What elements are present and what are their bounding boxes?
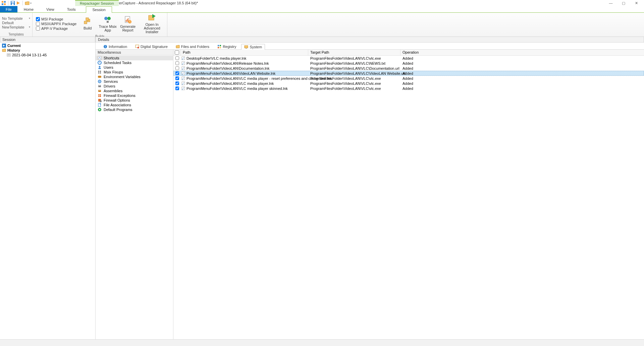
svg-point-12 bbox=[107, 17, 111, 20]
row-operation: Added bbox=[400, 81, 644, 85]
grid-header-path[interactable]: Path bbox=[181, 50, 308, 55]
row-checkbox[interactable] bbox=[173, 86, 181, 90]
misc-item-label: Msix Fixups bbox=[104, 70, 123, 74]
svg-rect-37 bbox=[98, 71, 99, 72]
folder-icon bbox=[2, 48, 6, 52]
svg-point-27 bbox=[138, 47, 139, 49]
svg-rect-1 bbox=[4, 1, 6, 3]
misc-item-label: Environment Variables bbox=[104, 75, 141, 79]
grid-row[interactable]: ProgramMenuFolder\VideoLAN\Documentation… bbox=[173, 66, 644, 71]
close-button[interactable]: ✕ bbox=[634, 1, 639, 5]
separator bbox=[8, 1, 8, 5]
detail-body: Miscellaneous ShortcutsScheduled TasksUs… bbox=[96, 50, 644, 339]
maximize-button[interactable]: ▢ bbox=[621, 1, 626, 5]
misc-item[interactable]: Scheduled Tasks bbox=[96, 60, 173, 65]
detail-tab-system[interactable]: System bbox=[241, 44, 265, 50]
grid-row[interactable]: ProgramMenuFolder\VideoLAN\VLC media pla… bbox=[173, 81, 644, 86]
registry-icon bbox=[217, 45, 221, 49]
grid-header-operation[interactable]: Operation bbox=[400, 50, 644, 55]
svg-rect-46 bbox=[100, 85, 101, 85]
tab-home[interactable]: Home bbox=[17, 6, 40, 12]
open-advanced-installer-button[interactable]: Open In Advanced Installer bbox=[139, 13, 165, 34]
open-folder-icon[interactable] bbox=[25, 1, 30, 5]
build-run-icon[interactable] bbox=[16, 1, 20, 5]
row-checkbox[interactable] bbox=[173, 56, 181, 60]
chk-msi[interactable]: MSI Package bbox=[36, 17, 76, 21]
detail-tab-signature[interactable]: Digital Signature bbox=[132, 44, 171, 49]
grid-row[interactable]: ProgramMenuFolder\VideoLAN\VLC media pla… bbox=[173, 86, 644, 91]
row-checkbox[interactable] bbox=[173, 76, 181, 80]
row-checkbox[interactable] bbox=[173, 81, 181, 85]
shortcut-file-icon bbox=[181, 66, 185, 70]
tab-session[interactable]: Session bbox=[86, 6, 112, 13]
svg-rect-28 bbox=[218, 45, 219, 46]
qat-dropdown-icon[interactable]: ▾ bbox=[30, 2, 32, 5]
detail-tab-registry[interactable]: Registry bbox=[214, 44, 239, 49]
misc-item[interactable]: Firewall Exceptions bbox=[96, 93, 173, 98]
misc-item-icon bbox=[98, 70, 102, 74]
misc-item[interactable]: Assemblies bbox=[96, 89, 173, 93]
trace-button[interactable]: Trace Msix App bbox=[99, 15, 117, 32]
group-label-templates: Templates bbox=[0, 33, 32, 37]
context-tab-session[interactable]: Repackager Session bbox=[75, 0, 119, 6]
svg-rect-48 bbox=[99, 90, 101, 91]
grid-row[interactable]: ProgramMenuFolder\VideoLAN\Release Notes… bbox=[173, 61, 644, 66]
miscellaneous-pane: Miscellaneous ShortcutsScheduled TasksUs… bbox=[96, 50, 173, 339]
title-bar: ▾ Repackager Session VLCMediaPlayerCaptu… bbox=[0, 0, 644, 6]
misc-item[interactable]: File Associations bbox=[96, 103, 173, 107]
row-checkbox[interactable] bbox=[173, 61, 181, 65]
misc-item[interactable]: Services bbox=[96, 79, 173, 84]
save-icon[interactable] bbox=[10, 1, 15, 5]
misc-item[interactable]: Msix Fixups bbox=[96, 70, 173, 74]
session-tree[interactable]: Current History 2021-08-04 13-11-45 bbox=[0, 43, 95, 339]
misc-item[interactable]: Environment Variables bbox=[96, 74, 173, 79]
svg-rect-45 bbox=[99, 85, 99, 85]
miscellaneous-list[interactable]: ShortcutsScheduled TasksUsersMsix Fixups… bbox=[96, 55, 173, 112]
row-operation: Added bbox=[400, 66, 644, 70]
row-target: ProgramFilesFolder\VideoLAN\VLC\VideoLAN… bbox=[308, 71, 400, 75]
grid-row[interactable]: ProgramMenuFolder\VideoLAN\VLC media pla… bbox=[173, 76, 644, 81]
svg-point-43 bbox=[99, 81, 100, 82]
svg-rect-54 bbox=[98, 103, 101, 107]
svg-marker-7 bbox=[17, 1, 20, 5]
session-pane: Session Current History 2021-08-04 13-11… bbox=[0, 37, 96, 339]
tree-current[interactable]: Current bbox=[1, 43, 94, 48]
tab-tools[interactable]: Tools bbox=[61, 6, 82, 12]
tab-file[interactable]: File bbox=[0, 6, 17, 12]
template-row-2[interactable]: Default bbox=[2, 21, 30, 25]
misc-item-icon bbox=[98, 79, 102, 83]
misc-item[interactable]: Users bbox=[96, 65, 173, 70]
detail-tab-information[interactable]: iInformation bbox=[100, 44, 130, 49]
svg-rect-13 bbox=[107, 21, 109, 23]
misc-item[interactable]: Drivers bbox=[96, 84, 173, 89]
tab-view[interactable]: View bbox=[40, 6, 61, 12]
misc-item[interactable]: Default Programs bbox=[96, 107, 173, 112]
grid-row[interactable]: DesktopFolder\VLC media player.lnkProgra… bbox=[173, 56, 644, 61]
chk-appv[interactable]: APP-V Package bbox=[36, 26, 76, 31]
shortcut-file-icon bbox=[181, 86, 185, 91]
template-row-3[interactable]: NewTemplate▾ bbox=[2, 25, 30, 29]
tree-history[interactable]: History bbox=[1, 48, 94, 53]
report-button[interactable]: Generate Report bbox=[119, 15, 137, 32]
template-row-1[interactable]: No Template▾ bbox=[2, 16, 30, 20]
row-target: ProgramFilesFolder\VideoLAN\VLC\vlc.exe bbox=[308, 76, 400, 80]
detail-tab-files[interactable]: Files and Folders bbox=[173, 44, 212, 49]
grid-header-target[interactable]: Target Path bbox=[308, 50, 400, 55]
info-icon: i bbox=[103, 45, 107, 49]
tree-snapshot[interactable]: 2021-08-04 13-11-45 bbox=[1, 53, 94, 57]
row-checkbox[interactable] bbox=[173, 71, 181, 75]
misc-item-icon bbox=[98, 84, 102, 88]
row-checkbox[interactable] bbox=[173, 66, 181, 70]
build-button[interactable]: Build bbox=[78, 17, 97, 30]
chk-msix[interactable]: MSIX/APPX Package bbox=[36, 22, 76, 26]
svg-rect-0 bbox=[2, 1, 3, 3]
misc-item-label: Default Programs bbox=[104, 108, 132, 112]
svg-rect-51 bbox=[99, 94, 100, 97]
misc-item[interactable]: Firewall Options bbox=[96, 98, 173, 103]
minimize-button[interactable]: — bbox=[608, 1, 613, 5]
misc-item-label: Firewall Exceptions bbox=[104, 94, 136, 98]
misc-item[interactable]: Shortcuts bbox=[96, 56, 173, 60]
grid-header-checkbox[interactable] bbox=[173, 50, 181, 55]
svg-rect-47 bbox=[98, 90, 101, 92]
grid-row[interactable]: ProgramMenuFolder\VideoLAN\VideoLAN Webs… bbox=[173, 71, 644, 76]
